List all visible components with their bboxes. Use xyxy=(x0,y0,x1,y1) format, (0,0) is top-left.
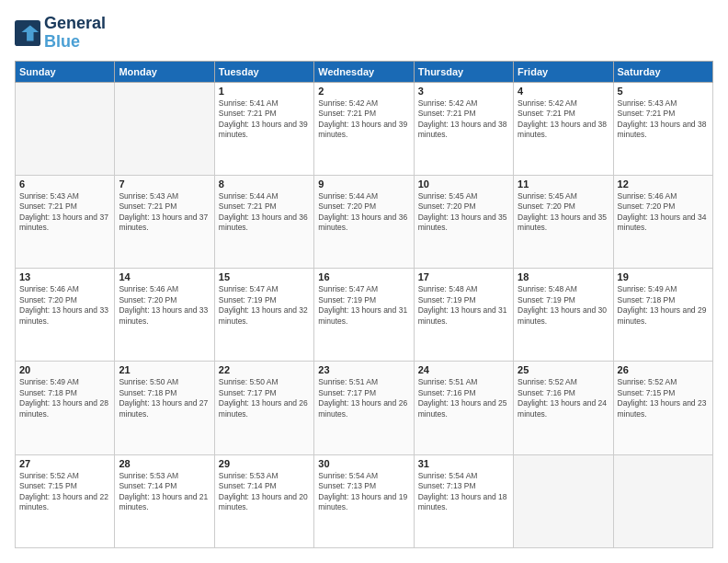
calendar-cell: 17Sunrise: 5:48 AMSunset: 7:19 PMDayligh… xyxy=(414,269,513,362)
day-number: 25 xyxy=(518,364,609,375)
calendar-cell: 28Sunrise: 5:53 AMSunset: 7:14 PMDayligh… xyxy=(115,454,214,547)
calendar-cell: 13Sunrise: 5:46 AMSunset: 7:20 PMDayligh… xyxy=(16,269,115,362)
day-number: 12 xyxy=(618,178,709,190)
day-info: Sunrise: 5:51 AMSunset: 7:17 PMDaylight:… xyxy=(318,377,409,419)
day-number: 24 xyxy=(418,364,509,375)
calendar-cell: 19Sunrise: 5:49 AMSunset: 7:18 PMDayligh… xyxy=(613,269,712,362)
calendar-cell: 3Sunrise: 5:42 AMSunset: 7:21 PMDaylight… xyxy=(414,82,513,175)
day-number: 29 xyxy=(219,458,310,469)
calendar-cell: 7Sunrise: 5:43 AMSunset: 7:21 PMDaylight… xyxy=(115,175,214,268)
calendar-cell: 6Sunrise: 5:43 AMSunset: 7:21 PMDaylight… xyxy=(16,175,115,268)
day-info: Sunrise: 5:43 AMSunset: 7:21 PMDaylight:… xyxy=(119,191,210,234)
day-number: 6 xyxy=(19,178,110,190)
calendar-week: 20Sunrise: 5:49 AMSunset: 7:18 PMDayligh… xyxy=(16,362,713,454)
day-info: Sunrise: 5:52 AMSunset: 7:15 PMDaylight:… xyxy=(19,471,110,513)
day-number: 9 xyxy=(318,178,409,190)
day-info: Sunrise: 5:44 AMSunset: 7:21 PMDaylight:… xyxy=(219,191,310,234)
calendar-cell: 11Sunrise: 5:45 AMSunset: 7:20 PMDayligh… xyxy=(514,175,613,268)
day-number: 26 xyxy=(618,364,709,375)
weekday-header: Tuesday xyxy=(214,61,313,82)
day-number: 4 xyxy=(518,86,609,97)
day-number: 10 xyxy=(418,178,509,190)
calendar-cell: 15Sunrise: 5:47 AMSunset: 7:19 PMDayligh… xyxy=(214,269,313,362)
calendar-week: 13Sunrise: 5:46 AMSunset: 7:20 PMDayligh… xyxy=(16,269,713,362)
day-info: Sunrise: 5:46 AMSunset: 7:20 PMDaylight:… xyxy=(618,191,709,234)
calendar-cell: 2Sunrise: 5:42 AMSunset: 7:21 PMDaylight… xyxy=(314,82,414,175)
calendar-cell: 24Sunrise: 5:51 AMSunset: 7:16 PMDayligh… xyxy=(414,362,513,454)
calendar-cell: 29Sunrise: 5:53 AMSunset: 7:14 PMDayligh… xyxy=(214,454,313,547)
day-info: Sunrise: 5:44 AMSunset: 7:20 PMDaylight:… xyxy=(318,191,409,234)
calendar-week: 1Sunrise: 5:41 AMSunset: 7:21 PMDaylight… xyxy=(16,82,713,175)
day-number: 27 xyxy=(19,458,110,469)
weekday-header: Sunday xyxy=(16,61,115,82)
weekday-header: Thursday xyxy=(414,61,513,82)
day-info: Sunrise: 5:50 AMSunset: 7:17 PMDaylight:… xyxy=(219,377,310,419)
day-number: 2 xyxy=(318,86,409,97)
day-info: Sunrise: 5:46 AMSunset: 7:20 PMDaylight:… xyxy=(19,284,110,327)
weekday-header: Wednesday xyxy=(314,61,414,82)
calendar-cell: 16Sunrise: 5:47 AMSunset: 7:19 PMDayligh… xyxy=(314,269,414,362)
calendar-cell xyxy=(613,454,712,547)
weekday-header: Friday xyxy=(514,61,613,82)
calendar-cell: 14Sunrise: 5:46 AMSunset: 7:20 PMDayligh… xyxy=(115,269,214,362)
logo: General Blue xyxy=(15,15,106,52)
day-number: 3 xyxy=(418,86,509,97)
day-number: 30 xyxy=(318,458,409,469)
calendar-cell: 30Sunrise: 5:54 AMSunset: 7:13 PMDayligh… xyxy=(314,454,414,547)
day-number: 14 xyxy=(119,271,210,282)
calendar-cell: 22Sunrise: 5:50 AMSunset: 7:17 PMDayligh… xyxy=(214,362,313,454)
day-number: 22 xyxy=(219,364,310,375)
day-info: Sunrise: 5:45 AMSunset: 7:20 PMDaylight:… xyxy=(518,191,609,234)
day-number: 31 xyxy=(418,458,509,469)
day-info: Sunrise: 5:47 AMSunset: 7:19 PMDaylight:… xyxy=(219,284,310,327)
calendar-cell xyxy=(514,454,613,547)
logo-icon xyxy=(15,20,40,46)
day-info: Sunrise: 5:42 AMSunset: 7:21 PMDaylight:… xyxy=(518,98,609,141)
day-number: 16 xyxy=(318,271,409,282)
day-number: 11 xyxy=(518,178,609,190)
header: General Blue xyxy=(15,15,713,52)
day-number: 20 xyxy=(19,364,110,375)
day-info: Sunrise: 5:42 AMSunset: 7:21 PMDaylight:… xyxy=(318,98,409,141)
day-number: 21 xyxy=(119,364,210,375)
day-info: Sunrise: 5:51 AMSunset: 7:16 PMDaylight:… xyxy=(418,377,509,419)
day-info: Sunrise: 5:43 AMSunset: 7:21 PMDaylight:… xyxy=(618,98,709,141)
calendar-cell: 18Sunrise: 5:48 AMSunset: 7:19 PMDayligh… xyxy=(514,269,613,362)
calendar-cell: 31Sunrise: 5:54 AMSunset: 7:13 PMDayligh… xyxy=(414,454,513,547)
calendar-cell: 21Sunrise: 5:50 AMSunset: 7:18 PMDayligh… xyxy=(115,362,214,454)
calendar-week: 6Sunrise: 5:43 AMSunset: 7:21 PMDaylight… xyxy=(16,175,713,268)
day-number: 15 xyxy=(219,271,310,282)
page: General Blue SundayMondayTuesdayWednesda… xyxy=(0,0,728,563)
day-number: 28 xyxy=(119,458,210,469)
calendar-cell: 25Sunrise: 5:52 AMSunset: 7:16 PMDayligh… xyxy=(514,362,613,454)
day-number: 19 xyxy=(618,271,709,282)
day-info: Sunrise: 5:52 AMSunset: 7:16 PMDaylight:… xyxy=(518,377,609,419)
day-number: 1 xyxy=(219,86,310,97)
day-info: Sunrise: 5:47 AMSunset: 7:19 PMDaylight:… xyxy=(318,284,409,327)
calendar-cell: 10Sunrise: 5:45 AMSunset: 7:20 PMDayligh… xyxy=(414,175,513,268)
calendar-week: 27Sunrise: 5:52 AMSunset: 7:15 PMDayligh… xyxy=(16,454,713,547)
day-number: 5 xyxy=(618,86,709,97)
weekday-header: Saturday xyxy=(613,61,712,82)
day-info: Sunrise: 5:54 AMSunset: 7:13 PMDaylight:… xyxy=(418,471,509,513)
day-info: Sunrise: 5:41 AMSunset: 7:21 PMDaylight:… xyxy=(219,98,310,141)
calendar-cell: 5Sunrise: 5:43 AMSunset: 7:21 PMDaylight… xyxy=(613,82,712,175)
day-number: 13 xyxy=(19,271,110,282)
day-number: 18 xyxy=(518,271,609,282)
day-info: Sunrise: 5:48 AMSunset: 7:19 PMDaylight:… xyxy=(418,284,509,327)
day-number: 23 xyxy=(318,364,409,375)
calendar-cell: 27Sunrise: 5:52 AMSunset: 7:15 PMDayligh… xyxy=(16,454,115,547)
calendar: SundayMondayTuesdayWednesdayThursdayFrid… xyxy=(15,61,713,548)
day-info: Sunrise: 5:49 AMSunset: 7:18 PMDaylight:… xyxy=(618,284,709,327)
day-info: Sunrise: 5:53 AMSunset: 7:14 PMDaylight:… xyxy=(219,471,310,513)
calendar-cell: 9Sunrise: 5:44 AMSunset: 7:20 PMDaylight… xyxy=(314,175,414,268)
day-info: Sunrise: 5:53 AMSunset: 7:14 PMDaylight:… xyxy=(119,471,210,513)
calendar-cell: 26Sunrise: 5:52 AMSunset: 7:15 PMDayligh… xyxy=(613,362,712,454)
day-number: 7 xyxy=(119,178,210,190)
day-number: 8 xyxy=(219,178,310,190)
day-info: Sunrise: 5:42 AMSunset: 7:21 PMDaylight:… xyxy=(418,98,509,141)
day-info: Sunrise: 5:54 AMSunset: 7:13 PMDaylight:… xyxy=(318,471,409,513)
calendar-cell xyxy=(16,82,115,175)
logo-text: General Blue xyxy=(44,15,106,52)
calendar-cell: 20Sunrise: 5:49 AMSunset: 7:18 PMDayligh… xyxy=(16,362,115,454)
